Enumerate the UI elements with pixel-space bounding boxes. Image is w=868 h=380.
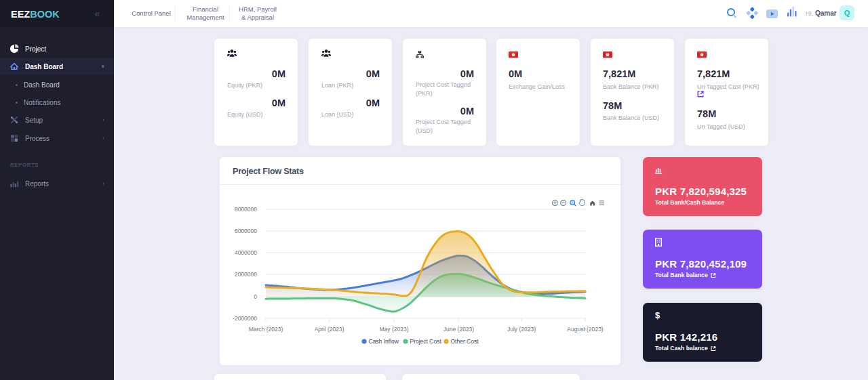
svg-text:June (2023): June (2023) — [443, 326, 475, 333]
svg-text:April (2023): April (2023) — [315, 326, 344, 333]
svg-text:August (2023): August (2023) — [567, 326, 604, 333]
svg-text:4000000: 4000000 — [235, 249, 257, 256]
svg-text:0: 0 — [254, 293, 257, 300]
svg-text:2000000: 2000000 — [235, 271, 257, 278]
svg-text:-2000000: -2000000 — [233, 315, 257, 322]
svg-text:Project Cost: Project Cost — [410, 338, 442, 345]
svg-text:May (2023): May (2023) — [380, 326, 409, 333]
svg-text:Cash Inflow: Cash Inflow — [369, 338, 399, 345]
svg-text:July (2023): July (2023) — [507, 326, 536, 333]
svg-text:Other Cost: Other Cost — [451, 338, 479, 345]
svg-text:6000000: 6000000 — [235, 228, 257, 234]
svg-text:March (2023): March (2023) — [249, 326, 283, 333]
svg-text:8000000: 8000000 — [235, 206, 257, 213]
